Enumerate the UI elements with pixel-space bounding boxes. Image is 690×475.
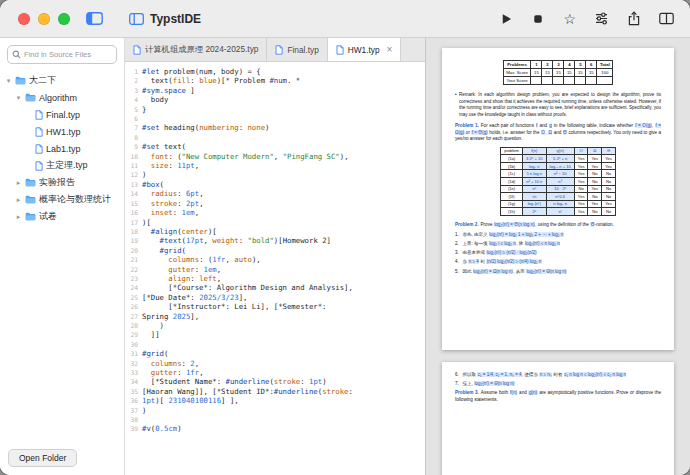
code-token: stroke bbox=[151, 199, 177, 208]
tree-file-item[interactable]: Final.typ bbox=[0, 106, 124, 123]
math-chip: log₂(n!) = Θ(n log n) bbox=[474, 381, 515, 386]
math-chip: log₂(n!) = log₂ 1 + log₂ 2 + ⋯ + log₂ n bbox=[489, 232, 564, 237]
stop-button[interactable] bbox=[531, 12, 545, 26]
tree-file-item[interactable]: HW1.typ bbox=[0, 123, 124, 140]
code-line[interactable]: 5} bbox=[125, 105, 425, 114]
line-number: 21 bbox=[125, 255, 142, 264]
chevron-down-icon[interactable]: ▾ bbox=[15, 94, 22, 102]
line-number: 3 bbox=[125, 86, 142, 95]
code-line[interactable]: 12) bbox=[125, 170, 425, 179]
tree-item-label: 主定理.typ bbox=[46, 159, 88, 172]
math-chip: log₂(n!) ≥ (n/2) · log₂(n/2) bbox=[486, 250, 537, 255]
tab-close-icon[interactable]: × bbox=[387, 45, 393, 55]
code-line[interactable]: 31#grid( bbox=[125, 349, 425, 358]
answer-item: 6.所以取 c₁ = 1/4, c₂ = 1, n₀ = 4, 使得当 n ≥ … bbox=[455, 372, 661, 379]
chevron-down-icon[interactable]: ▾ bbox=[5, 77, 12, 85]
code-line[interactable]: 23 align: left, bbox=[125, 274, 425, 283]
line-number: 24 bbox=[125, 283, 142, 292]
code-line[interactable]: 361pt)[ 231040100116] ], bbox=[125, 396, 425, 405]
code-line[interactable]: 6 bbox=[125, 114, 425, 123]
code-line[interactable]: 8 bbox=[125, 133, 425, 142]
code-token: [*Student Name*: bbox=[142, 377, 225, 386]
window-pane-icon[interactable] bbox=[129, 13, 144, 25]
code-line[interactable]: 34 [*Student Name*: #underline(stroke: 1… bbox=[125, 377, 425, 386]
functions-cell: (1b) bbox=[501, 162, 523, 170]
functions-cell: (1g) bbox=[501, 200, 523, 208]
tree-folder-item[interactable]: ▸概率论与数理统计 bbox=[0, 191, 124, 208]
code-line[interactable]: 7#set heading(numbering: none) bbox=[125, 123, 425, 132]
file-icon bbox=[35, 110, 43, 120]
layout-button[interactable] bbox=[659, 12, 674, 25]
score-header-cell: Problems bbox=[503, 61, 531, 69]
code-line[interactable]: 16 inset: 1em, bbox=[125, 208, 425, 217]
code-line[interactable]: 11 size: 11pt, bbox=[125, 161, 425, 170]
file-icon bbox=[35, 127, 43, 137]
code-line[interactable]: 14 radius: 6pt, bbox=[125, 189, 425, 198]
pdf-preview-panel[interactable]: Problems123456TotalMax. Score15151515151… bbox=[425, 38, 690, 475]
code-text: font: ("New Computer Modern", "PingFang … bbox=[142, 152, 349, 161]
sidebar-toggle-icon[interactable] bbox=[86, 12, 103, 25]
code-line[interactable]: 33 gutter: 1fr, bbox=[125, 368, 425, 377]
code-line[interactable]: 28 ) bbox=[125, 321, 425, 330]
tune-button[interactable] bbox=[594, 11, 609, 26]
code-token: : bbox=[173, 208, 182, 217]
tree-folder-item[interactable]: ▸试卷 bbox=[0, 208, 124, 225]
code-line[interactable]: 32 columns: 2, bbox=[125, 359, 425, 368]
code-line[interactable]: 39#v(0.5cm) bbox=[125, 424, 425, 433]
code-area[interactable]: 1#let problem(num, body) = {2 text(fill:… bbox=[125, 62, 425, 475]
code-line[interactable]: 24 [*Course*: Algorithm Design and Analy… bbox=[125, 283, 425, 292]
minimize-window-button[interactable] bbox=[38, 13, 50, 25]
search-input[interactable] bbox=[24, 50, 112, 59]
search-box[interactable] bbox=[7, 45, 117, 64]
editor-tab[interactable]: HW1.typ× bbox=[328, 38, 402, 61]
editor-tab[interactable]: Final.typ bbox=[267, 38, 327, 61]
score-cell bbox=[531, 77, 542, 85]
code-line[interactable]: 29 ]] bbox=[125, 330, 425, 339]
code-line[interactable]: 27Spring 2025], bbox=[125, 312, 425, 321]
code-line[interactable]: 21 columns: (1fr, auto), bbox=[125, 255, 425, 264]
functions-cell: No bbox=[588, 170, 602, 178]
share-button[interactable] bbox=[627, 11, 641, 26]
remark: • Remark: In each algorithm design probl… bbox=[455, 92, 661, 118]
tree-file-item[interactable]: 主定理.typ bbox=[0, 157, 124, 174]
code-line[interactable]: 13#box( bbox=[125, 180, 425, 189]
code-line[interactable]: 22 gutter: 1em, bbox=[125, 265, 425, 274]
tree-file-item[interactable]: Lab1.typ bbox=[0, 140, 124, 157]
editor-tab[interactable]: 计算机组成原理 2024-2025.typ bbox=[125, 38, 267, 61]
code-line[interactable]: 35[Haoran Wang]], [*Student ID*:#underli… bbox=[125, 387, 425, 396]
code-line[interactable]: 26 [*Instructor*: Lei Li], [*Semester*: bbox=[125, 302, 425, 311]
code-line[interactable]: 30 bbox=[125, 340, 425, 349]
code-line[interactable]: 20 #grid( bbox=[125, 246, 425, 255]
score-cell bbox=[597, 77, 613, 85]
code-text: #let problem(num, body) = { bbox=[142, 67, 261, 76]
close-window-button[interactable] bbox=[18, 13, 30, 25]
tree-folder-item[interactable]: ▸实验报告 bbox=[0, 174, 124, 191]
code-line[interactable]: 3#sym.space ] bbox=[125, 86, 425, 95]
code-line[interactable]: 17)[ bbox=[125, 218, 425, 227]
code-line[interactable]: 37) bbox=[125, 406, 425, 415]
chevron-right-icon[interactable]: ▸ bbox=[15, 179, 22, 187]
zoom-window-button[interactable] bbox=[58, 13, 70, 25]
favorite-button[interactable]: ☆ bbox=[563, 12, 576, 26]
line-number: 36 bbox=[125, 396, 142, 405]
code-line[interactable]: 19 #text(17pt, weight: "bold")[Homework … bbox=[125, 236, 425, 245]
tree-folder-item[interactable]: ▾Algorithm bbox=[0, 89, 124, 106]
code-line[interactable]: 25[*Due Date*: 2025/3/23], bbox=[125, 293, 425, 302]
open-folder-button[interactable]: Open Folder bbox=[8, 449, 77, 467]
chevron-right-icon[interactable]: ▸ bbox=[15, 196, 22, 204]
code-line[interactable]: 2 text(fill: blue)[* Problem #num. * bbox=[125, 76, 425, 85]
code-token: , bbox=[199, 368, 203, 377]
code-token: 17pt bbox=[186, 236, 204, 245]
run-button[interactable] bbox=[499, 12, 513, 26]
functions-cell: Yes bbox=[574, 200, 588, 208]
code-line[interactable]: 18 #align(center)[ bbox=[125, 227, 425, 236]
chevron-right-icon[interactable]: ▸ bbox=[15, 213, 22, 221]
code-line[interactable]: 38 bbox=[125, 415, 425, 424]
tree-folder-item[interactable]: ▾大二下 bbox=[0, 72, 124, 89]
code-line[interactable]: 9#set text( bbox=[125, 142, 425, 151]
code-line[interactable]: 15 stroke: 2pt, bbox=[125, 199, 425, 208]
code-line[interactable]: 1#let problem(num, body) = { bbox=[125, 67, 425, 76]
code-line[interactable]: 4 body bbox=[125, 95, 425, 104]
score-cell: 15 bbox=[575, 69, 586, 77]
code-line[interactable]: 10 font: ("New Computer Modern", "PingFa… bbox=[125, 152, 425, 161]
